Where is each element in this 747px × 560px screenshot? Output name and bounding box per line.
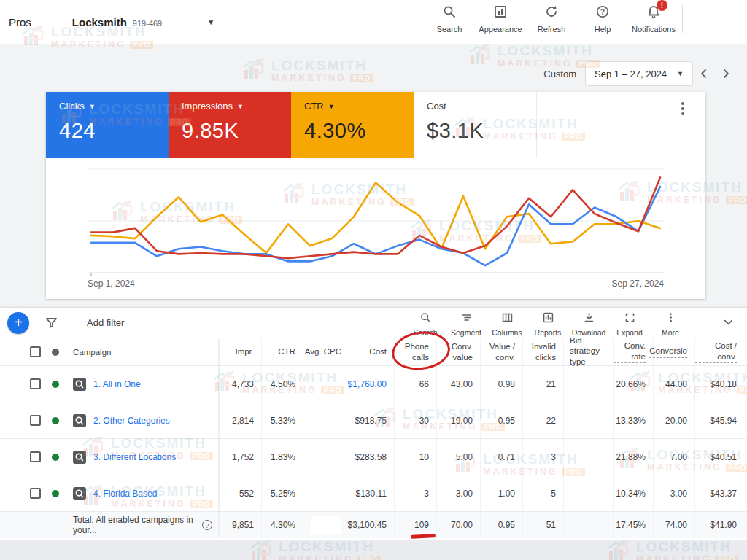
notification-badge: ! bbox=[657, 0, 667, 11]
account-selector[interactable]: Locksmith 919-469 bbox=[72, 16, 162, 28]
date-range-picker[interactable]: Sep 1 – 27, 2024 ▼ bbox=[585, 61, 693, 86]
row-checkbox[interactable] bbox=[30, 451, 41, 462]
table-row: 3. Different Locations1,7521.83%$283.581… bbox=[0, 439, 747, 475]
scorecard-value: $3.1K bbox=[427, 119, 536, 143]
table-download-button[interactable]: Download bbox=[568, 311, 609, 337]
scorecard-ctr[interactable]: CTR▼4.30% bbox=[291, 92, 414, 158]
date-prev-button[interactable] bbox=[693, 63, 715, 85]
cell-conv_value: 5.00 bbox=[436, 439, 480, 475]
table-row: 1. All in One4,7334.50%$1,768.006643.000… bbox=[0, 366, 747, 402]
column-header-cost[interactable]: Cost bbox=[349, 338, 394, 365]
table-columns-button[interactable]: Columns bbox=[487, 311, 527, 337]
time-series-chart bbox=[88, 163, 664, 280]
campaign-type-badge-icon bbox=[73, 487, 86, 500]
help-circle-icon[interactable]: ? bbox=[202, 520, 212, 530]
campaign-name-link[interactable]: 1. All in One bbox=[93, 379, 141, 389]
scorecard-label: Clicks bbox=[59, 101, 85, 112]
table-row: 4. Florida Based5525.25%$130.1133.001.00… bbox=[0, 475, 747, 512]
status-enabled-dot[interactable] bbox=[52, 490, 59, 497]
column-header-value_conv[interactable]: Value / conv. bbox=[480, 338, 522, 365]
add-button[interactable]: + bbox=[7, 312, 29, 334]
add-filter-button[interactable]: Add filter bbox=[87, 317, 124, 328]
table-search-button[interactable]: Search bbox=[405, 311, 446, 337]
column-header-impr[interactable]: Impr. bbox=[219, 338, 261, 365]
cell-bid_strategy bbox=[563, 402, 613, 438]
table-expand-button[interactable]: Expand bbox=[609, 311, 650, 337]
column-header-conversions[interactable]: Conversio bbox=[653, 338, 694, 365]
select-all-checkbox[interactable] bbox=[30, 346, 41, 357]
nav-refresh-button[interactable]: Refresh bbox=[526, 4, 577, 34]
scorecard-caret-icon[interactable]: ▼ bbox=[89, 103, 96, 110]
scorecard-caret-icon[interactable]: ▼ bbox=[328, 103, 335, 110]
filter-funnel-icon[interactable] bbox=[45, 316, 58, 329]
status-enabled-dot[interactable] bbox=[52, 454, 59, 461]
cell-phone_calls: 66 bbox=[394, 366, 436, 402]
x-axis-end-label: Sep 27, 2024 bbox=[612, 279, 664, 289]
campaign-name-link[interactable]: 2. Other Categories bbox=[93, 416, 170, 426]
collapse-chart-chevron-icon[interactable] bbox=[723, 316, 734, 330]
cell-conv_rate: 10.34% bbox=[613, 475, 653, 511]
scorecard-impressions[interactable]: Impressions▼9.85K bbox=[169, 92, 291, 158]
column-header-avg_cpc[interactable]: Avg. CPC bbox=[303, 338, 349, 365]
status-enabled-dot[interactable] bbox=[52, 381, 59, 388]
column-header-conv_rate[interactable]: Conv. rate bbox=[613, 338, 653, 365]
campaign-name-link[interactable]: 3. Different Locations bbox=[93, 452, 176, 462]
status-enabled-dot[interactable] bbox=[52, 417, 59, 424]
scorecard-caret-icon[interactable]: ▼ bbox=[237, 103, 244, 110]
cell-cost_conv: $43.37 bbox=[694, 475, 747, 511]
tool-label: Reports bbox=[535, 328, 562, 337]
column-header-conv_value[interactable]: Conv. value bbox=[436, 338, 480, 365]
cell-value_conv: 1.00 bbox=[480, 475, 522, 511]
search-icon bbox=[419, 311, 432, 327]
total-cell-cost_conv: $41.90 bbox=[694, 512, 747, 538]
total-cell-conv_value: 70.00 bbox=[436, 512, 480, 538]
cell-invalid_clicks: 3 bbox=[522, 439, 563, 475]
cell-conv_rate: 20.66% bbox=[613, 366, 653, 402]
column-header-invalid_clicks[interactable]: Invalid clicks bbox=[522, 338, 563, 365]
date-next-button[interactable] bbox=[715, 63, 737, 85]
nav-appearance-button[interactable]: Appearance bbox=[475, 4, 526, 34]
cell-ctr: 1.83% bbox=[261, 439, 303, 475]
column-header-ctr[interactable]: CTR bbox=[261, 338, 303, 365]
cell-avg_cpc bbox=[303, 402, 349, 438]
nav-search-button[interactable]: Search bbox=[424, 4, 475, 34]
scorecard-cost[interactable]: Cost$3.1K bbox=[414, 92, 536, 158]
reports-icon bbox=[542, 311, 554, 327]
nav-notifications-button[interactable]: Notifications! bbox=[628, 4, 679, 34]
table-segment-button[interactable]: Segment bbox=[446, 311, 487, 337]
table-more-button[interactable]: More bbox=[650, 311, 691, 337]
refresh-icon bbox=[544, 4, 559, 22]
svg-text:?: ? bbox=[600, 8, 605, 16]
row-checkbox[interactable] bbox=[30, 378, 41, 389]
cell-phone_calls: 30 bbox=[394, 402, 436, 438]
column-header-cost_conv[interactable]: Cost / conv. bbox=[694, 338, 747, 365]
total-cell-ctr: 4.30% bbox=[261, 512, 303, 538]
nav-help-button[interactable]: ?Help bbox=[577, 4, 628, 34]
cell-bid_strategy bbox=[563, 439, 613, 475]
column-header-phone_calls[interactable]: Phone calls bbox=[394, 338, 436, 365]
campaign-table-card: + Add filter SearchSegmentColumnsReports… bbox=[0, 308, 747, 540]
cell-value_conv: 0.98 bbox=[480, 366, 522, 402]
scorecard-value: 9.85K bbox=[182, 119, 291, 143]
table-reports-button[interactable]: Reports bbox=[527, 311, 568, 337]
cell-impr: 552 bbox=[219, 475, 261, 511]
toolbar-divider bbox=[697, 314, 697, 333]
nav-label: Help bbox=[595, 25, 611, 34]
scorecard-clicks[interactable]: Clicks▼424 bbox=[46, 92, 169, 158]
column-header-campaign[interactable]: Campaign bbox=[70, 338, 219, 365]
series-impressions-line bbox=[91, 177, 660, 258]
chart-x-axis: Sep 1, 2024 Sep 27, 2024 bbox=[88, 279, 664, 289]
scorecard-label: Impressions bbox=[182, 101, 233, 112]
table-header-row: CampaignImpr.CTRAvg. CPCCostPhone callsC… bbox=[0, 338, 747, 366]
campaign-name-link[interactable]: 4. Florida Based bbox=[93, 489, 157, 499]
column-header-bid_strategy[interactable]: Bid strategy type bbox=[563, 338, 613, 365]
nav-label: Search bbox=[437, 25, 462, 34]
row-checkbox[interactable] bbox=[30, 415, 41, 426]
date-range-value: Sep 1 – 27, 2024 bbox=[595, 69, 667, 79]
cell-cost_conv: $45.94 bbox=[694, 402, 747, 438]
row-checkbox[interactable] bbox=[30, 488, 41, 499]
total-cell-avg_cpc bbox=[303, 512, 349, 538]
chart-options-kebab-icon[interactable] bbox=[676, 102, 689, 115]
total-cell-conversions: 74.00 bbox=[653, 512, 694, 538]
account-dropdown-caret-icon[interactable]: ▼ bbox=[207, 18, 214, 26]
